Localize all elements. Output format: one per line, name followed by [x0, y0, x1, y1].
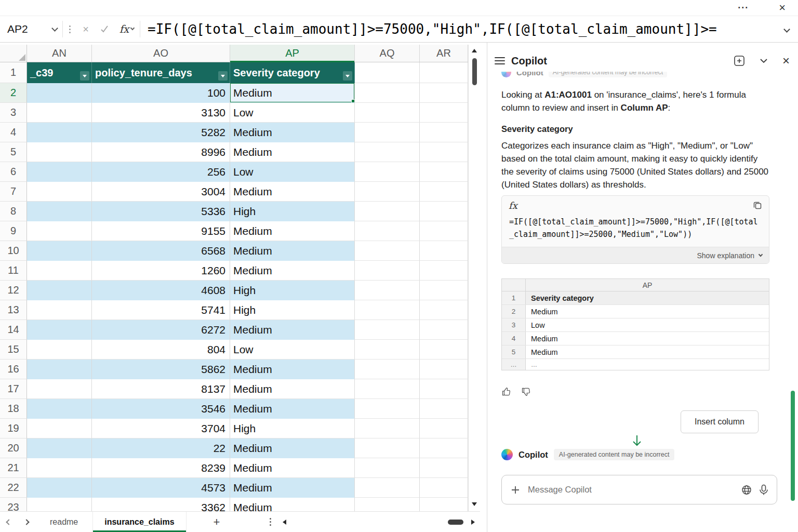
cell-an[interactable] — [27, 241, 92, 261]
vertical-scrollbar[interactable] — [468, 45, 480, 511]
close-panel-icon[interactable]: × — [782, 55, 790, 67]
cell-severity[interactable]: Low — [230, 340, 355, 360]
cell-aq[interactable] — [355, 221, 420, 241]
window-more-icon[interactable]: ··· — [738, 3, 749, 14]
cell-aq[interactable] — [355, 281, 420, 300]
row-number[interactable]: 13 — [0, 300, 27, 320]
cell-tenure[interactable]: 3004 — [92, 182, 230, 202]
cell-tenure[interactable]: 3130 — [92, 103, 230, 123]
cell-severity[interactable]: Medium — [230, 261, 355, 281]
cell-aq1[interactable] — [355, 62, 420, 83]
cell-tenure[interactable]: 5862 — [92, 360, 230, 379]
cell-an[interactable] — [27, 458, 92, 478]
cell-tenure[interactable]: 256 — [92, 162, 230, 182]
cell-an[interactable] — [27, 221, 92, 241]
cell-aq[interactable] — [355, 360, 420, 379]
thumbs-up-icon[interactable] — [501, 387, 512, 397]
row-number[interactable]: 20 — [0, 438, 27, 458]
cell-ar1[interactable] — [420, 62, 468, 83]
cell-tenure[interactable]: 804 — [92, 340, 230, 360]
scroll-down-icon[interactable] — [472, 502, 477, 506]
row-number[interactable]: 14 — [0, 320, 27, 340]
cell-ar[interactable] — [420, 419, 468, 438]
formula-input[interactable]: =IF([@[total_claim_amount]]>=75000,"High… — [140, 16, 775, 42]
cell-tenure[interactable]: 9155 — [92, 221, 230, 241]
sheet-tab-insurance-claims[interactable]: insurance_claims — [92, 512, 186, 532]
sheet-tab-readme[interactable]: readme — [35, 512, 92, 532]
insert-function-button[interactable]: fx — [114, 16, 140, 42]
cell-ar[interactable] — [420, 182, 468, 202]
cell-aq[interactable] — [355, 438, 420, 458]
copy-icon[interactable] — [753, 201, 762, 210]
table-header-an[interactable]: _c39 — [27, 62, 92, 83]
row-number[interactable]: 18 — [0, 399, 27, 419]
cell-an[interactable] — [27, 300, 92, 320]
table-header-ap[interactable]: Severity category — [230, 62, 355, 83]
cell-ar[interactable] — [420, 340, 468, 360]
row-number[interactable]: 22 — [0, 478, 27, 498]
cell-tenure[interactable]: 3362 — [92, 498, 230, 511]
cell-tenure[interactable]: 4573 — [92, 478, 230, 498]
cell-severity[interactable]: Medium — [230, 478, 355, 498]
cell-an[interactable] — [27, 142, 92, 162]
scroll-up-icon[interactable] — [472, 49, 477, 52]
cell-ar[interactable] — [420, 281, 468, 300]
cell-an[interactable] — [27, 123, 92, 142]
cell-severity[interactable]: Low — [230, 103, 355, 123]
row-number[interactable]: 19 — [0, 419, 27, 438]
cell-an[interactable] — [27, 103, 92, 123]
cell-aq[interactable] — [355, 419, 420, 438]
row-number[interactable]: 2 — [0, 83, 27, 103]
cell-an[interactable] — [27, 478, 92, 498]
cell-an[interactable] — [27, 83, 92, 103]
add-sheet-button[interactable]: + — [214, 515, 220, 529]
cell-severity[interactable]: Medium — [230, 498, 355, 511]
cell-an[interactable] — [27, 182, 92, 202]
collapse-panel-icon[interactable] — [760, 58, 768, 63]
column-header-ar[interactable]: AR — [420, 45, 468, 62]
row-number[interactable]: 9 — [0, 221, 27, 241]
row-number[interactable]: 17 — [0, 379, 27, 399]
jump-to-latest-button[interactable] — [487, 434, 787, 447]
cell-ar[interactable] — [420, 300, 468, 320]
cell-severity[interactable]: Medium — [230, 458, 355, 478]
confirm-entry-button[interactable] — [95, 16, 114, 42]
cell-aq[interactable] — [355, 320, 420, 340]
cell-tenure[interactable]: 4608 — [92, 281, 230, 300]
cell-tenure[interactable]: 8996 — [92, 142, 230, 162]
cell-an[interactable] — [27, 498, 92, 511]
row-number[interactable]: 23 — [0, 498, 27, 511]
cell-severity[interactable]: Medium — [230, 320, 355, 340]
cell-severity[interactable]: Medium — [230, 123, 355, 142]
cell-an[interactable] — [27, 438, 92, 458]
cell-tenure[interactable]: 6272 — [92, 320, 230, 340]
row-number[interactable]: 8 — [0, 202, 27, 221]
cell-an[interactable] — [27, 320, 92, 340]
cell-severity[interactable]: Medium — [230, 399, 355, 419]
cell-tenure[interactable]: 6568 — [92, 241, 230, 261]
cell-ar[interactable] — [420, 103, 468, 123]
next-sheet-button[interactable] — [18, 520, 35, 524]
cell-ar[interactable] — [420, 458, 468, 478]
cell-aq[interactable] — [355, 202, 420, 221]
cell-ar[interactable] — [420, 379, 468, 399]
row-number[interactable]: 5 — [0, 142, 27, 162]
horizontal-scrollbar[interactable] — [278, 512, 477, 532]
show-explanation-button[interactable]: Show explanation — [502, 247, 769, 263]
row-number[interactable]: 1 — [0, 62, 27, 83]
cell-ar[interactable] — [420, 202, 468, 221]
cell-tenure[interactable]: 8137 — [92, 379, 230, 399]
cell-severity[interactable]: Medium — [230, 379, 355, 399]
cell-aq[interactable] — [355, 478, 420, 498]
cell-severity[interactable]: Medium — [230, 83, 355, 103]
cell-aq[interactable] — [355, 123, 420, 142]
chevron-down-icon[interactable] — [51, 25, 58, 32]
cell-ar[interactable] — [420, 162, 468, 182]
cell-ar[interactable] — [420, 241, 468, 261]
cell-severity[interactable]: High — [230, 202, 355, 221]
cell-an[interactable] — [27, 360, 92, 379]
cell-aq[interactable] — [355, 261, 420, 281]
cell-ar[interactable] — [420, 261, 468, 281]
filter-icon[interactable] — [80, 71, 89, 81]
cell-ar[interactable] — [420, 478, 468, 498]
